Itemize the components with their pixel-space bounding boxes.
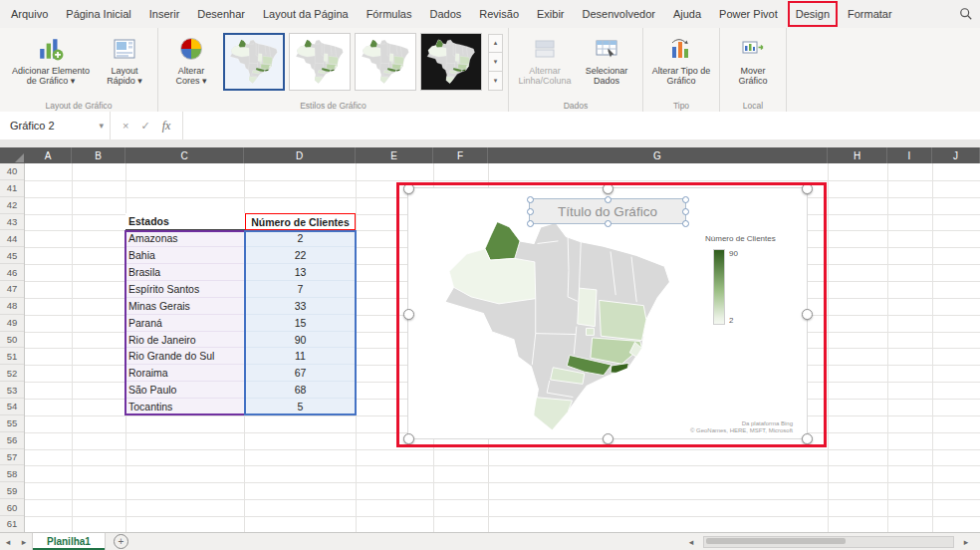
row-header-57[interactable]: 57 (0, 449, 24, 466)
change-chart-type-button[interactable]: Alterar Tipo de Gráfico (648, 33, 714, 88)
row-header-58[interactable]: 58 (0, 465, 24, 482)
new-sheet-icon[interactable]: + (114, 534, 128, 549)
column-header-h[interactable]: H (828, 147, 887, 163)
cell-estado[interactable]: Paraná (125, 315, 245, 332)
cell-clientes[interactable]: 22 (245, 247, 356, 264)
change-colors-button[interactable]: Alterar Cores ▾ (163, 33, 219, 88)
row-header-45[interactable]: 45 (0, 247, 24, 264)
chart-selection-handle-br[interactable] (802, 433, 813, 444)
chart-legend[interactable]: Número de Clientes 90 2 (705, 234, 805, 325)
title-selection-handle-bc[interactable] (605, 220, 612, 227)
scroll-right-icon[interactable]: ▸ (958, 537, 974, 547)
menu-tab-layout-da-pagina[interactable]: Layout da Página (254, 0, 358, 28)
chart-style-option-2[interactable] (289, 33, 351, 91)
row-header-48[interactable]: 48 (0, 298, 24, 315)
cell-estado[interactable]: Brasila (125, 264, 245, 281)
chart-selection-handle-tc[interactable] (603, 183, 613, 194)
cell-estado[interactable]: Minas Gerais (125, 298, 245, 315)
menu-tab-design[interactable]: Design (787, 0, 839, 28)
row-header-46[interactable]: 46 (0, 264, 24, 281)
gallery-more-button[interactable]: ▾ (488, 72, 503, 91)
row-header-40[interactable]: 40 (0, 163, 24, 180)
enter-icon[interactable]: ✓ (140, 120, 149, 133)
menu-tab-formulas[interactable]: Fórmulas (358, 0, 421, 28)
row-header-54[interactable]: 54 (0, 399, 24, 415)
name-box[interactable]: Gráfico 2 ▾ (0, 112, 111, 139)
horizontal-scrollbar[interactable]: ◂ ▸ (683, 536, 974, 548)
column-header-c[interactable]: C (125, 147, 244, 163)
scroll-left-icon[interactable]: ◂ (683, 537, 699, 547)
row-header-41[interactable]: 41 (0, 180, 24, 197)
row-header-56[interactable]: 56 (0, 432, 24, 449)
chart-selection-handle-ml[interactable] (403, 309, 414, 320)
menu-tab-dados[interactable]: Dados (420, 0, 470, 28)
cell-clientes[interactable]: 11 (245, 348, 356, 365)
cell-clientes[interactable]: 5 (245, 399, 356, 415)
row-header-49[interactable]: 49 (0, 315, 24, 332)
insert-function-icon[interactable]: fx (162, 119, 171, 134)
menu-tab-desenvolvedor[interactable]: Desenvolvedor (574, 0, 664, 28)
sheet-nav-next-icon[interactable]: ▸ (16, 537, 32, 547)
chart-style-option-4[interactable] (420, 33, 482, 91)
cell-estado[interactable]: Tocantins (125, 399, 245, 415)
menu-tab-arquivo[interactable]: Arquivo (2, 0, 57, 28)
cell-clientes[interactable]: 68 (245, 382, 356, 399)
chart-selection-handle-mr[interactable] (802, 309, 813, 320)
brazil-map[interactable] (436, 218, 680, 436)
row-header-52[interactable]: 52 (0, 365, 24, 382)
name-box-dropdown-icon[interactable]: ▾ (99, 121, 104, 131)
cell-clientes[interactable]: 33 (245, 298, 356, 315)
title-selection-handle-tr[interactable] (682, 196, 689, 203)
column-header-i[interactable]: I (887, 147, 932, 163)
formula-input[interactable] (183, 112, 980, 139)
cell-estado[interactable]: Amazonas (125, 230, 245, 247)
menu-tab-pagina-inicial[interactable]: Página Inicial (57, 0, 139, 28)
scrollbar-track[interactable] (703, 536, 954, 548)
sheet-tab-planilha1[interactable]: Planilha1 (32, 533, 106, 550)
map-chart[interactable]: Título do Gráfico Número de Clientes 90 … (407, 187, 808, 439)
menu-tab-formatar[interactable]: Formatar (839, 0, 901, 28)
scrollbar-thumb[interactable] (706, 538, 846, 544)
chart-style-option-3[interactable] (355, 33, 416, 91)
select-all-corner[interactable] (0, 147, 25, 163)
menu-tab-exibir[interactable]: Exibir (528, 0, 574, 28)
cell-clientes[interactable]: 2 (245, 230, 356, 247)
select-data-button[interactable]: Selecionar Dados (576, 33, 637, 88)
cell-estado[interactable]: Rio de Janeiro (125, 332, 245, 349)
menu-tab-inserir[interactable]: Inserir (140, 0, 189, 28)
row-header-61[interactable]: 61 (0, 516, 24, 533)
row-header-42[interactable]: 42 (0, 197, 24, 214)
row-header-43[interactable]: 43 (0, 214, 24, 231)
cell-clientes[interactable]: 15 (245, 315, 356, 332)
title-selection-handle-mr[interactable] (682, 208, 689, 215)
gallery-scroll-up-button[interactable]: ▴ (488, 34, 503, 53)
cell-estado[interactable]: Bahia (125, 247, 245, 264)
title-selection-handle-bl[interactable] (527, 220, 534, 227)
chart-title[interactable]: Título do Gráfico (529, 198, 686, 224)
row-header-59[interactable]: 59 (0, 482, 24, 499)
cell-clientes[interactable]: 90 (245, 332, 356, 349)
title-selection-handle-ml[interactable] (527, 208, 534, 215)
column-header-a[interactable]: A (25, 147, 72, 163)
row-header-47[interactable]: 47 (0, 281, 24, 298)
cell-clientes[interactable]: 67 (245, 365, 356, 382)
menu-tab-power-pivot[interactable]: Power Pivot (710, 0, 787, 28)
cell-header-estados[interactable]: Estados (125, 213, 245, 230)
row-header-51[interactable]: 51 (0, 348, 24, 365)
menu-tab-desenhar[interactable]: Desenhar (188, 0, 254, 28)
chart-style-option-1[interactable] (223, 33, 285, 91)
chart-selection-handle-bl[interactable] (403, 433, 414, 444)
cell-estado[interactable]: Rio Grande do Sul (125, 348, 245, 365)
column-header-f[interactable]: F (433, 147, 488, 163)
chart-selection-handle-tr[interactable] (802, 183, 813, 194)
column-header-j[interactable]: J (932, 147, 980, 163)
cancel-icon[interactable]: × (122, 120, 128, 132)
menu-tab-revisao[interactable]: Revisão (470, 0, 528, 28)
row-header-44[interactable]: 44 (0, 230, 24, 247)
cell-estado[interactable]: Espírito Santos (125, 281, 245, 298)
add-chart-element-button[interactable]: Adicionar Elemento de Gráfico ▾ (5, 33, 97, 88)
column-header-e[interactable]: E (356, 147, 433, 163)
row-header-50[interactable]: 50 (0, 332, 24, 349)
chart-selection-handle-tl[interactable] (403, 183, 414, 194)
column-header-d[interactable]: D (244, 147, 356, 163)
